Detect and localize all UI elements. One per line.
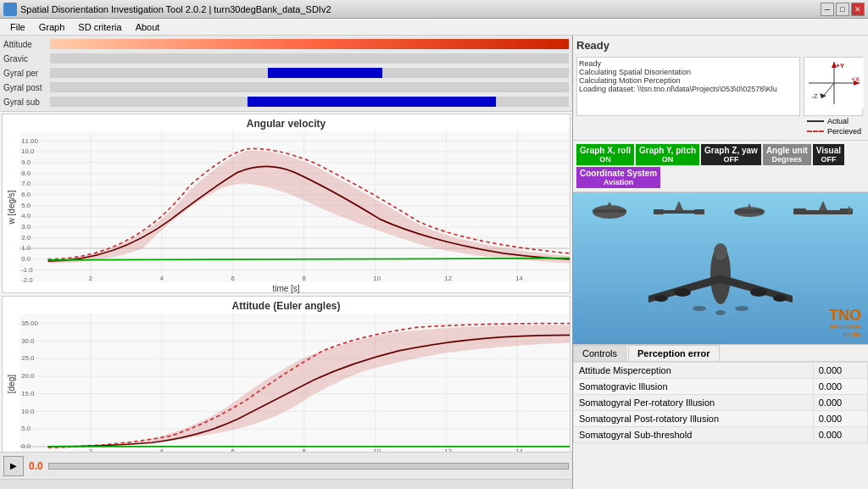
graph-buttons: Graph X, roll ON Graph Y, pitch ON Graph… xyxy=(573,141,868,192)
svg-marker-89 xyxy=(675,201,683,210)
menu-graph[interactable]: Graph xyxy=(32,20,72,34)
svg-rect-93 xyxy=(735,209,764,214)
svg-text:35.00: 35.00 xyxy=(21,320,38,327)
menu-file[interactable]: File xyxy=(3,20,32,34)
svg-text:12: 12 xyxy=(444,447,452,452)
play-button[interactable]: ▶ xyxy=(3,456,24,476)
tab-controls[interactable]: Controls xyxy=(573,345,626,361)
svg-rect-90 xyxy=(654,209,664,214)
svg-text:2.0: 2.0 xyxy=(21,234,31,242)
angular-velocity-chart: Angular velocity w [deg/s] xyxy=(2,114,570,293)
svg-text:-2.0: -2.0 xyxy=(21,276,33,282)
svg-text:1.0: 1.0 xyxy=(21,244,31,252)
svg-text:30.0: 30.0 xyxy=(21,337,35,345)
perception-value-0: 0.000 xyxy=(813,363,867,379)
log-entry-3: Loading dataset: \\tsn.tno.nl\data\Proje… xyxy=(579,85,798,93)
aircraft-view-4 xyxy=(793,199,853,225)
perception-table: Attitude Misperception 0.000 Somatogravi… xyxy=(573,362,868,443)
gyral-per-label: Gyral per xyxy=(3,69,50,78)
angular-velocity-x-label: time [s] xyxy=(3,282,570,295)
svg-text:4.0: 4.0 xyxy=(21,212,31,219)
svg-text:2: 2 xyxy=(89,275,93,282)
progress-bar[interactable] xyxy=(48,463,569,470)
aircraft-view-3 xyxy=(728,199,771,225)
svg-text:+Y: +Y xyxy=(836,62,845,69)
perception-value-4: 0.000 xyxy=(813,427,867,443)
ready-title: Ready xyxy=(573,36,868,53)
svg-text:11.00: 11.00 xyxy=(21,137,38,145)
svg-rect-88 xyxy=(658,210,700,214)
svg-point-103 xyxy=(750,288,767,297)
visual-button[interactable]: Visual OFF xyxy=(813,144,844,165)
legend-perceived-line xyxy=(807,131,824,132)
svg-text:6: 6 xyxy=(231,275,236,282)
svg-text:6.0: 6.0 xyxy=(21,191,31,198)
maximize-button[interactable]: □ xyxy=(836,3,849,16)
angular-velocity-inner[interactable]: 11.00 10.0 9.0 8.0 7.0 6.0 5.0 4.0 3.0 2… xyxy=(19,131,570,282)
legend-actual: Actual xyxy=(804,116,852,126)
perception-row-3: Somatogyral Post-rotatory Illusion 0.000 xyxy=(574,411,868,427)
app-icon xyxy=(3,3,17,16)
log-entry-2: Calculating Motion Perception xyxy=(579,76,798,85)
svg-point-104 xyxy=(654,295,668,302)
perception-row-0: Attitude Misperception 0.000 xyxy=(574,363,868,379)
gyral-per-fill xyxy=(268,68,382,78)
close-button[interactable]: ✕ xyxy=(851,3,865,16)
svg-text:14: 14 xyxy=(515,447,523,452)
aircraft-display: TNO innovationfor life xyxy=(573,192,868,345)
visual-top: Visual xyxy=(816,146,841,155)
svg-text:10.0: 10.0 xyxy=(21,408,35,415)
minimize-button[interactable]: ─ xyxy=(821,3,834,16)
ready-section: Ready Calculating Spatial Disorientation… xyxy=(573,53,868,141)
scroll-indicator[interactable] xyxy=(0,479,572,489)
tab-perception-error[interactable]: Perception error xyxy=(628,345,720,361)
time-display: 0.0 xyxy=(29,460,43,472)
gravic-bar xyxy=(50,53,569,64)
attitude-bar xyxy=(50,39,569,49)
svg-rect-97 xyxy=(793,208,806,214)
svg-text:4: 4 xyxy=(160,275,164,282)
title-bar: Spatial Disorientation Investigation Too… xyxy=(0,0,868,19)
gyral-sub-label: Gyral sub xyxy=(3,97,50,107)
graph-x-roll-top: Graph X, roll xyxy=(580,146,631,155)
gravic-label: Gravic xyxy=(3,54,50,64)
gyral-per-bar xyxy=(50,68,569,78)
graph-x-roll-button[interactable]: Graph X, roll ON xyxy=(576,144,634,165)
graph-y-pitch-button[interactable]: Graph Y, pitch ON xyxy=(636,144,699,165)
svg-text:9.0: 9.0 xyxy=(21,158,31,166)
tno-logo-area: TNO innovationfor life xyxy=(829,308,861,339)
aircraft-view-1 xyxy=(588,199,631,225)
main-aircraft-svg xyxy=(636,228,805,321)
menu-sd-criteria[interactable]: SD criteria xyxy=(71,20,128,34)
gyral-sub-bar xyxy=(50,97,569,107)
playback-bar: ▶ 0.0 xyxy=(0,452,572,479)
svg-text:8: 8 xyxy=(302,447,306,452)
angle-unit-bottom: Degrees xyxy=(772,155,803,164)
tabs-header: Controls Perception error xyxy=(573,345,868,362)
svg-point-107 xyxy=(714,243,727,260)
tno-logo: TNO xyxy=(829,308,861,323)
aircraft-view-2 xyxy=(654,199,704,225)
gyral-post-bar xyxy=(50,82,569,92)
svg-text:20.0: 20.0 xyxy=(21,372,35,380)
svg-rect-86 xyxy=(593,209,626,213)
svg-text:15.0: 15.0 xyxy=(21,390,35,397)
attitude-body: [deg] xyxy=(3,314,570,452)
svg-rect-91 xyxy=(694,209,704,214)
perception-row-4: Somatogyral Sub-threshold 0.000 xyxy=(574,427,868,443)
graph-z-yaw-button[interactable]: Graph Z, yaw OFF xyxy=(701,144,761,165)
window-controls: ─ □ ✕ xyxy=(821,3,865,16)
charts-area: Angular velocity w [deg/s] xyxy=(0,112,572,452)
gyral-sub-row: Gyral sub xyxy=(3,95,569,108)
svg-text:10: 10 xyxy=(373,275,381,282)
angle-unit-button[interactable]: Angle unit Degrees xyxy=(763,144,811,165)
svg-marker-94 xyxy=(747,203,752,209)
attitude-title: Attitude (Euler angles) xyxy=(3,297,570,314)
status-bars: Attitude Gravic Gyral per Gyral post xyxy=(0,36,572,112)
menu-about[interactable]: About xyxy=(129,20,167,34)
coord-system-button[interactable]: Coordinate System Aviation xyxy=(576,167,660,188)
perception-content: Attitude Misperception 0.000 Somatogravi… xyxy=(573,362,868,489)
attitude-inner[interactable]: 35.00 30.0 25.0 20.0 15.0 10.0 5.0 0.0 2… xyxy=(19,314,570,452)
graph-y-pitch-bottom: ON xyxy=(662,155,674,164)
tabs-section: Controls Perception error Attitude Mispe… xyxy=(573,345,868,489)
